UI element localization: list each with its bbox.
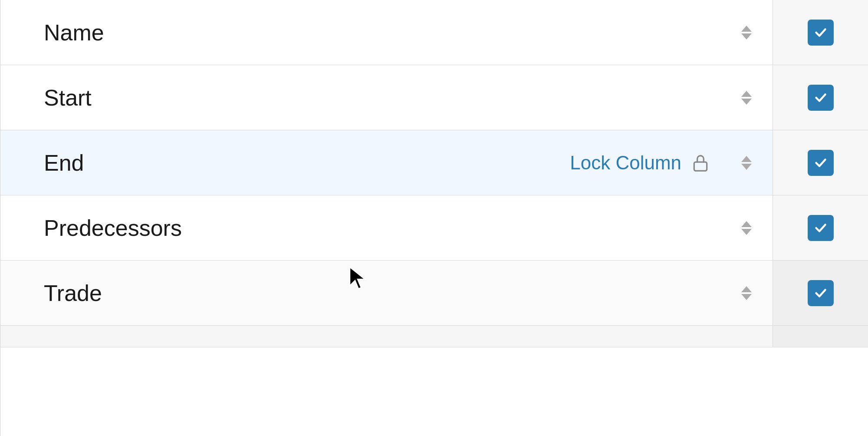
check-icon — [813, 285, 829, 301]
visibility-checkbox-col — [773, 261, 868, 325]
lock-icon — [689, 152, 712, 174]
column-settings-table: Name Start — [0, 0, 868, 436]
visibility-checkbox[interactable] — [808, 85, 834, 111]
sort-arrows-icon — [741, 286, 752, 300]
table-row: Predecessors — [0, 195, 868, 261]
sort-handle[interactable] — [720, 156, 773, 170]
check-icon — [813, 155, 829, 171]
row-label: End — [0, 150, 570, 176]
lock-column-action[interactable]: Lock Column — [570, 152, 720, 174]
visibility-checkbox-col — [773, 65, 868, 130]
visibility-checkbox-col — [773, 0, 868, 65]
visibility-checkbox[interactable] — [808, 215, 834, 241]
sort-arrows-icon — [741, 91, 752, 105]
sort-arrows-icon — [741, 26, 752, 40]
sort-handle[interactable] — [720, 91, 773, 105]
row-label: Predecessors — [0, 215, 720, 241]
visibility-checkbox-col — [773, 130, 868, 195]
visibility-checkbox-col — [773, 195, 868, 260]
visibility-checkbox[interactable] — [808, 150, 834, 176]
table-row: End Lock Column — [0, 130, 868, 195]
row-label: Trade — [0, 280, 720, 306]
svg-rect-0 — [694, 162, 707, 171]
sort-arrows-icon — [741, 221, 752, 235]
visibility-checkbox-col — [773, 326, 868, 347]
table-row: Trade — [0, 261, 868, 326]
table-row: Start — [0, 65, 868, 130]
lock-column-label: Lock Column — [570, 152, 681, 174]
sort-arrows-icon — [741, 156, 752, 170]
visibility-checkbox[interactable] — [808, 20, 834, 46]
row-label: Name — [0, 20, 720, 46]
row-label: Start — [0, 85, 720, 111]
visibility-checkbox[interactable] — [808, 280, 834, 306]
table-row: Name — [0, 0, 868, 65]
check-icon — [813, 220, 829, 236]
check-icon — [813, 25, 829, 40]
check-icon — [813, 90, 829, 106]
table-row — [0, 326, 868, 347]
sort-handle[interactable] — [720, 221, 773, 235]
sort-handle[interactable] — [720, 286, 773, 300]
sort-handle[interactable] — [720, 26, 773, 40]
